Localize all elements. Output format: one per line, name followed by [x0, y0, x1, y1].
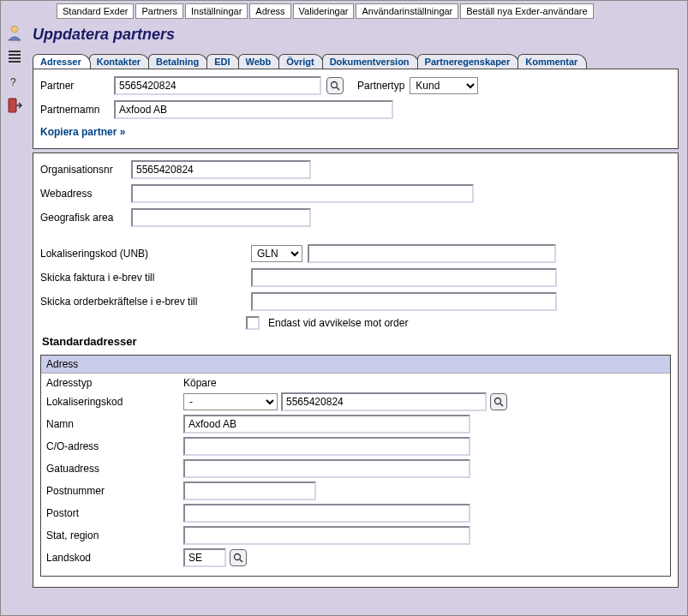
page-title: Uppdatera partners: [33, 26, 679, 44]
postort-input[interactable]: [183, 504, 470, 523]
top-tab-valideringar[interactable]: Valideringar: [293, 3, 355, 19]
org-panel: Organisationsnr Webadress Geografisk are…: [33, 153, 679, 588]
adresstyp-value: Köpare: [183, 377, 217, 389]
standardadresser-heading: Standardadresser: [42, 335, 671, 348]
partnertyp-label: Partnertyp: [357, 80, 404, 92]
address-panel: Adress Adresstyp Köpare Lokaliseringskod…: [40, 355, 671, 577]
svg-point-7: [332, 82, 338, 88]
sub-tab-bar: Adresser Kontakter Betalning EDI Webb Öv…: [33, 54, 679, 69]
tab-kontakter[interactable]: Kontakter: [89, 54, 150, 69]
orderconf-email-input[interactable]: [251, 292, 557, 311]
svg-rect-1: [9, 51, 21, 52]
search-icon: [330, 81, 340, 91]
top-tab-adress[interactable]: Adress: [249, 3, 290, 19]
adresstyp-label: Adresstyp: [46, 377, 183, 389]
deviation-only-label: Endast vid avvikelse mot order: [268, 317, 408, 329]
gatuadress-input[interactable]: [183, 459, 470, 478]
lokaliseringskod-search-button[interactable]: [490, 393, 507, 410]
lokaliseringskod-input[interactable]: [281, 392, 487, 411]
lokaliseringskod-type-select[interactable]: -: [183, 393, 278, 410]
top-tab-bar: Standard Exder Partners Inställningar Ad…: [1, 1, 687, 19]
svg-point-9: [495, 398, 501, 404]
partner-search-button[interactable]: [326, 77, 344, 94]
partnernamn-label: Partnernamn: [40, 104, 109, 116]
invoice-email-input[interactable]: [251, 268, 557, 287]
unb-type-select[interactable]: GLN: [251, 245, 302, 262]
postort-label: Postort: [46, 507, 183, 519]
tab-dokumentversion[interactable]: Dokumentversion: [322, 54, 419, 69]
postnummer-label: Postnummer: [46, 485, 183, 497]
svg-point-11: [235, 554, 241, 560]
geoarea-input[interactable]: [131, 208, 311, 227]
user-icon[interactable]: [5, 23, 24, 42]
svg-rect-2: [9, 54, 21, 56]
svg-rect-3: [9, 57, 21, 59]
partnernamn-input[interactable]: [114, 100, 393, 119]
top-tab-bestall-nya[interactable]: Beställ nya Exder-användare: [460, 3, 593, 19]
webadress-label: Webadress: [40, 188, 126, 200]
tab-adresser[interactable]: Adresser: [33, 54, 91, 69]
co-input[interactable]: [183, 437, 470, 456]
postnummer-input[interactable]: [183, 481, 316, 500]
svg-line-12: [240, 559, 242, 562]
orderconf-email-label: Skicka orderbekräftelse i e-brev till: [40, 296, 246, 308]
svg-rect-4: [9, 61, 21, 63]
svg-rect-6: [9, 99, 16, 112]
landskod-search-button[interactable]: [230, 549, 247, 566]
partner-input[interactable]: [114, 76, 321, 95]
landskod-input[interactable]: [183, 548, 226, 567]
kopiera-partner-link[interactable]: Kopiera partner »: [40, 126, 125, 138]
top-tab-installningar[interactable]: Inställningar: [185, 3, 248, 19]
co-label: C/O-adress: [46, 440, 183, 452]
webadress-input[interactable]: [131, 184, 474, 203]
top-tab-standard-exder[interactable]: Standard Exder: [57, 3, 134, 19]
address-panel-title: Adress: [41, 356, 670, 374]
orgnr-label: Organisationsnr: [40, 164, 126, 176]
invoice-email-label: Skicka faktura i e-brev till: [40, 272, 246, 284]
tab-ovrigt[interactable]: Övrigt: [278, 54, 323, 69]
top-tab-anvandarinstallningar[interactable]: Användarinställningar: [356, 3, 458, 19]
lokaliseringskod-label: Lokaliseringskod: [46, 396, 183, 408]
svg-point-0: [11, 26, 18, 33]
partner-label: Partner: [40, 80, 109, 92]
exit-icon[interactable]: [7, 97, 22, 114]
orgnr-input[interactable]: [131, 160, 311, 179]
search-icon: [494, 397, 504, 407]
deviation-only-checkbox[interactable]: [246, 316, 260, 330]
unb-input[interactable]: [308, 244, 556, 263]
stat-region-label: Stat, region: [46, 529, 183, 541]
tab-edi[interactable]: EDI: [206, 54, 239, 69]
namn-label: Namn: [46, 418, 183, 430]
tab-webb[interactable]: Webb: [238, 54, 281, 69]
help-icon[interactable]: ?: [7, 71, 22, 90]
search-icon: [233, 553, 243, 563]
partnertyp-select[interactable]: Kund: [410, 77, 478, 94]
tab-partneregenskaper[interactable]: Partneregenskaper: [417, 54, 520, 69]
top-tab-partners[interactable]: Partners: [135, 3, 183, 19]
svg-line-10: [500, 404, 503, 406]
svg-line-8: [337, 87, 339, 90]
geoarea-label: Geografisk area: [40, 212, 126, 224]
gatuadress-label: Gatuadress: [46, 463, 183, 475]
svg-text:?: ?: [10, 76, 16, 88]
landskod-label: Landskod: [46, 552, 183, 564]
stat-region-input[interactable]: [183, 526, 470, 545]
tab-betalning[interactable]: Betalning: [148, 54, 208, 69]
tab-kommentar[interactable]: Kommentar: [517, 54, 587, 69]
namn-input[interactable]: [183, 415, 470, 434]
unb-label: Lokaliseringskod (UNB): [40, 248, 246, 260]
main-content: Uppdatera partners Adresser Kontakter Be…: [28, 19, 687, 614]
list-icon[interactable]: [6, 49, 23, 64]
sidebar: ?: [1, 19, 28, 614]
partner-panel: Partner Partnertyp Kund Partnernamn Kopi…: [33, 69, 679, 149]
